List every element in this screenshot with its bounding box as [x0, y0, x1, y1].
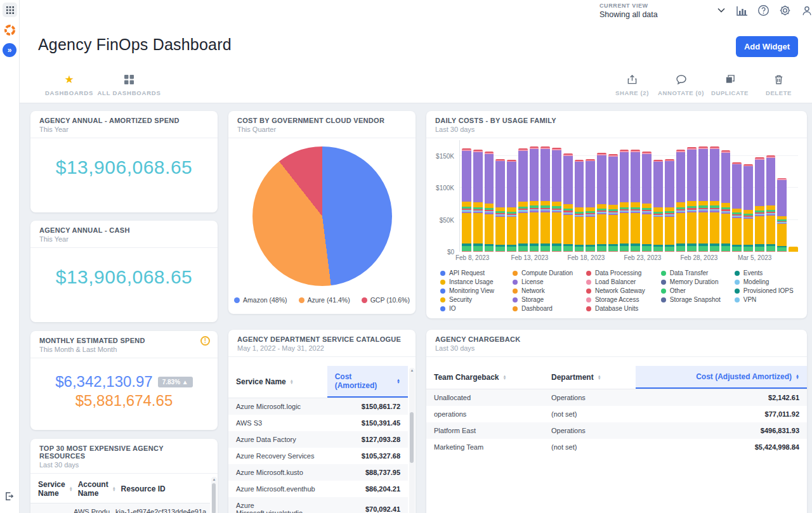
stacked-bar[interactable] [642, 152, 652, 252]
stacked-bar[interactable] [552, 148, 561, 252]
legend-item[interactable]: API Request [440, 269, 513, 276]
stacked-bar[interactable] [575, 160, 584, 252]
column-header-department[interactable]: Department ▲▼ [544, 367, 636, 388]
stacked-bar[interactable] [597, 153, 606, 252]
table-row[interactable]: Azure Data Factory$127,093.28 [228, 431, 408, 448]
stacked-bar[interactable] [586, 159, 595, 252]
legend-item[interactable]: Data Processing [586, 269, 661, 276]
column-header-team-chargeback[interactable]: Team Chargeback ▲▼ [426, 367, 544, 388]
stacked-bar[interactable] [665, 159, 674, 252]
column-header-cost-amortized[interactable]: Cost (Amortized) ▲▼ [327, 366, 408, 398]
duplicate-button[interactable]: DUPLICATE [705, 73, 754, 96]
widget-title: AGENCY CHARGEBACK [435, 335, 798, 343]
table-row[interactable]: operations(not set)$77,011.92 [426, 406, 807, 422]
legend-item[interactable]: License [513, 278, 586, 285]
legend-item[interactable]: Dashboard [513, 305, 586, 312]
column-header-service-name[interactable]: Service Name ▲▼ [228, 371, 327, 393]
legend-item[interactable]: IO [440, 305, 513, 312]
legend-item[interactable]: Other [661, 287, 735, 294]
bar-chart-icon[interactable] [735, 4, 749, 17]
table-scrollbar[interactable]: ▲ [211, 477, 217, 513]
brand-logo-icon[interactable] [4, 24, 16, 36]
stacked-bar[interactable] [721, 150, 731, 252]
stacked-bar[interactable] [495, 159, 505, 252]
table-row[interactable]: UnallocatedOperations$2,142.61 [426, 389, 807, 406]
stacked-bar[interactable] [676, 150, 686, 252]
table-scrollbar[interactable]: ▲ [409, 368, 415, 513]
legend-item[interactable]: Modeling [735, 278, 802, 285]
legend-item[interactable]: Monitoring View [440, 287, 513, 294]
stacked-bar[interactable] [766, 155, 776, 252]
stacked-bar[interactable] [563, 153, 573, 252]
stacked-bar[interactable] [687, 147, 697, 252]
stacked-bar[interactable] [710, 146, 719, 252]
info-icon[interactable]: ! [200, 336, 210, 346]
chargeback-rows: UnallocatedOperations$2,142.61operations… [426, 389, 807, 455]
legend-item[interactable]: Data Transfer [661, 269, 735, 276]
table-row[interactable]: Marketing Team(not set)$5,424,998.84 [426, 439, 807, 455]
legend-item[interactable]: VPN [735, 296, 802, 303]
stacked-bar[interactable] [732, 162, 742, 252]
share-button[interactable]: SHARE (2) [608, 73, 657, 96]
table-row[interactable]: Azure Microsoft.logic$150,861.72 [228, 398, 408, 415]
table-row[interactable]: Azure Microsoft.visualstudio$70,092.41 [228, 497, 408, 513]
stacked-bar[interactable] [462, 148, 471, 252]
tab-all-dashboards[interactable]: ALL DASHBOARDS [89, 73, 169, 96]
legend-item[interactable]: Amazon (48%) [234, 296, 287, 304]
legend-item[interactable]: Provisioned IOPS [735, 287, 802, 294]
sidebar-expand-button[interactable]: » [3, 43, 16, 57]
add-widget-button[interactable]: Add Widget [736, 36, 798, 57]
table-row[interactable]: Azure Microsoft.eventhub$86,204.21 [228, 481, 408, 497]
stacked-bar[interactable] [518, 148, 528, 252]
stacked-bar[interactable] [789, 247, 798, 252]
legend-item[interactable]: Storage Snapshot [661, 296, 735, 303]
delete-button[interactable]: DELETE [754, 73, 803, 96]
legend-item[interactable]: Events [735, 269, 802, 276]
column-header-account-name[interactable]: Account Name ▲▼ [75, 475, 119, 503]
column-header-service-name[interactable]: Service Name ▲▼ [30, 475, 75, 503]
table-row[interactable]: AWS S3AWS Productionkia-1-ef974e2cf313dd… [30, 503, 210, 513]
current-view-selector[interactable]: CURRENT VIEW Showing all data [599, 3, 733, 19]
legend-item[interactable]: Memory Duration [661, 278, 735, 285]
column-header-cost-adjusted[interactable]: Cost (Adjusted Amortized) ▲▼ [636, 366, 807, 389]
stacked-bar[interactable] [620, 150, 629, 252]
stacked-bar[interactable] [608, 154, 618, 252]
chevron-down-icon[interactable] [717, 8, 725, 13]
current-view-label: CURRENT VIEW [599, 3, 733, 9]
gear-icon[interactable] [778, 4, 792, 17]
logout-icon[interactable] [4, 491, 14, 501]
annotate-button[interactable]: ANNOTATE (0) [657, 73, 705, 96]
stacked-bar[interactable] [743, 164, 753, 252]
column-header-resource-id[interactable]: Resource ID [119, 479, 210, 498]
stacked-bar[interactable] [507, 160, 516, 252]
legend-item[interactable]: Storage [513, 296, 586, 303]
legend-item[interactable]: Storage Access [586, 296, 661, 303]
user-icon[interactable] [800, 4, 812, 17]
table-row[interactable]: Platform EastOperations$496,831.93 [426, 422, 807, 439]
stacked-bar[interactable] [540, 146, 550, 252]
legend-item[interactable]: Azure (41.4%) [299, 296, 350, 304]
legend-item[interactable]: Load Balancer [586, 278, 661, 285]
stacked-bar[interactable] [698, 146, 708, 252]
stacked-bar[interactable] [473, 150, 483, 252]
stacked-bar[interactable] [631, 150, 640, 252]
legend-item[interactable]: GCP (10.6%) [362, 296, 410, 304]
vendor-pie-chart[interactable] [252, 146, 392, 286]
apps-grid-icon[interactable] [3, 3, 17, 17]
help-icon[interactable] [757, 4, 770, 17]
stacked-bar[interactable] [777, 178, 787, 252]
plot-area [459, 140, 798, 252]
legend-item[interactable]: Instance Usage [440, 278, 513, 285]
legend-item[interactable]: Compute Duration [513, 269, 586, 276]
legend-item[interactable]: Database Units [586, 305, 661, 312]
table-row[interactable]: Azure Microsoft.kusto$88,737.95 [228, 464, 408, 481]
legend-item[interactable]: Network Gateway [586, 287, 661, 294]
table-row[interactable]: Azure Recovery Services$105,327.68 [228, 448, 408, 464]
stacked-bar[interactable] [653, 160, 663, 252]
legend-item[interactable]: Security [440, 296, 513, 303]
stacked-bar[interactable] [530, 146, 539, 252]
stacked-bar[interactable] [755, 157, 764, 252]
table-row[interactable]: AWS S3$150,391.45 [228, 415, 408, 431]
legend-item[interactable]: Network [513, 287, 586, 294]
stacked-bar[interactable] [485, 152, 494, 252]
